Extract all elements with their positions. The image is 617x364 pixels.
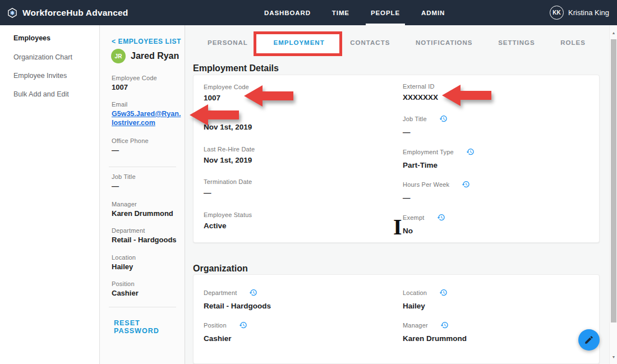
scrollbar-thumb[interactable] <box>611 39 616 322</box>
field-label: Employee Code <box>204 84 249 90</box>
field-label: Employment Type <box>403 149 454 155</box>
field-label: Last Re-Hire Date <box>204 146 255 153</box>
history-icon[interactable] <box>249 288 257 297</box>
field-label: Termination Date <box>204 178 252 185</box>
field-termination-date: Termination Date — <box>204 178 252 197</box>
field-value: Hailey <box>403 302 448 310</box>
field-value: Cashier <box>204 334 247 343</box>
panel-value-office-phone: — <box>112 146 182 154</box>
history-icon[interactable] <box>439 288 448 297</box>
history-icon[interactable] <box>239 321 247 329</box>
field-label: External ID <box>403 83 435 90</box>
field-label: Exempt <box>403 214 425 221</box>
sidebar: Employees Organization Chart Employee In… <box>0 25 100 364</box>
panel-value-location: Hailey <box>112 262 182 271</box>
panel-label-email: Email <box>112 101 128 108</box>
sidebar-item-organization-chart[interactable]: Organization Chart <box>0 49 100 66</box>
field-org-manager: Manager Karen Drummond <box>403 321 467 343</box>
field-label: Manager <box>403 322 428 329</box>
panel-value-manager: Karen Drummond <box>112 209 182 218</box>
history-icon[interactable] <box>462 180 470 188</box>
annotation-arrow-employee-code <box>244 85 293 107</box>
field-job-title: Job Title — <box>403 114 448 136</box>
tab-employment[interactable]: EMPLOYMENT <box>274 34 325 52</box>
field-label: Position <box>204 322 227 329</box>
organization-card: Department Retail - Hardgoods Position C… <box>193 274 600 364</box>
sidebar-item-employees[interactable]: Employees <box>0 30 100 47</box>
panel-divider <box>109 307 176 307</box>
field-label: Location <box>403 289 427 296</box>
vertical-scrollbar[interactable]: ▲ ▼ <box>609 25 617 364</box>
nav-time[interactable]: TIME <box>330 0 351 25</box>
scroll-down-arrow[interactable]: ▼ <box>610 353 617 361</box>
field-value: Part-Time <box>403 161 475 169</box>
text-cursor-icon: I <box>393 214 402 240</box>
field-label: Employee Status <box>204 211 252 218</box>
panel-label-department: Department <box>112 227 145 234</box>
back-to-employees-list-link[interactable]: < EMPLOYEES LIST <box>112 38 181 45</box>
user-avatar: KK <box>550 6 564 20</box>
tab-personal[interactable]: PERSONAL <box>208 34 248 52</box>
field-value: 1007 <box>204 94 249 102</box>
field-label: Department <box>204 289 237 296</box>
annotation-arrow-external-id <box>442 85 491 106</box>
field-label: Hours Per Week <box>403 181 449 188</box>
field-org-location: Location Hailey <box>403 288 448 310</box>
annotation-arrow-email <box>190 104 239 126</box>
panel-label-office-phone: Office Phone <box>112 137 149 144</box>
sidebar-item-employee-invites[interactable]: Employee Invites <box>0 67 100 84</box>
panel-label-position: Position <box>112 280 135 287</box>
app-brand[interactable]: WorkforceHub Advanced <box>7 0 128 25</box>
tab-notifications[interactable]: NOTIFICATIONS <box>416 34 473 52</box>
organization-title: Organization <box>193 264 248 274</box>
history-icon[interactable] <box>439 114 448 123</box>
edit-fab-button[interactable] <box>578 329 600 351</box>
field-external-id: External ID XXXXXXX <box>403 83 438 102</box>
panel-value-employee-code: 1007 <box>112 83 182 91</box>
history-icon[interactable] <box>440 321 449 329</box>
sidebar-item-bulk-add-edit[interactable]: Bulk Add and Edit <box>0 86 100 103</box>
employee-name: Jared Ryan <box>131 51 179 61</box>
employee-header: JR Jared Ryan <box>111 49 179 63</box>
nav-admin[interactable]: ADMIN <box>420 0 446 25</box>
tab-contacts[interactable]: CONTACTS <box>350 34 390 52</box>
history-icon[interactable] <box>466 148 475 156</box>
user-name: Kristina King <box>568 8 609 17</box>
employee-email-link[interactable]: G5w35.Jared@Ryan.lostriver.com <box>112 109 182 127</box>
panel-label-employee-code: Employee Code <box>112 75 157 81</box>
employee-avatar: JR <box>111 49 126 63</box>
app-logo-icon <box>7 7 18 19</box>
panel-label-manager: Manager <box>112 201 137 208</box>
top-bar: WorkforceHub Advanced DASHBOARD TIME PEO… <box>0 0 617 25</box>
panel-value-department: Retail - Hardgoods <box>112 236 182 244</box>
nav-people[interactable]: PEOPLE <box>369 0 402 25</box>
field-employee-status: Employee Status Active <box>204 211 252 230</box>
field-employee-code: Employee Code 1007 <box>204 84 249 102</box>
field-value: XXXXXXX <box>403 93 438 102</box>
field-org-position: Position Cashier <box>204 321 247 343</box>
history-icon[interactable] <box>437 213 445 222</box>
employee-summary-panel: < EMPLOYEES LIST JR Jared Ryan Employee … <box>100 25 185 364</box>
tab-roles[interactable]: ROLES <box>560 34 586 52</box>
panel-value-job-title: — <box>112 182 182 190</box>
reset-password-button[interactable]: RESET PASSWORD <box>114 319 185 335</box>
panel-label-job-title: Job Title <box>112 173 136 180</box>
field-value: — <box>403 128 448 136</box>
app-title: WorkforceHub Advanced <box>22 8 128 18</box>
field-org-department: Department Retail - Hardgoods <box>204 288 271 310</box>
panel-label-location: Location <box>112 254 136 261</box>
field-value: Karen Drummond <box>403 334 467 343</box>
field-value: — <box>204 188 252 197</box>
user-menu[interactable]: KK Kristina King <box>550 0 609 25</box>
field-value: — <box>403 193 470 202</box>
tab-settings[interactable]: SETTINGS <box>498 34 535 52</box>
panel-value-position: Cashier <box>112 289 182 297</box>
field-value: Active <box>204 222 252 230</box>
field-exempt: Exempt No <box>403 213 445 235</box>
nav-dashboard[interactable]: DASHBOARD <box>263 0 312 25</box>
pencil-icon <box>584 335 594 345</box>
field-value: No <box>403 227 445 235</box>
field-label: Job Title <box>403 116 427 122</box>
scroll-up-arrow[interactable]: ▲ <box>610 29 617 36</box>
employment-details-title: Employment Details <box>193 63 279 73</box>
